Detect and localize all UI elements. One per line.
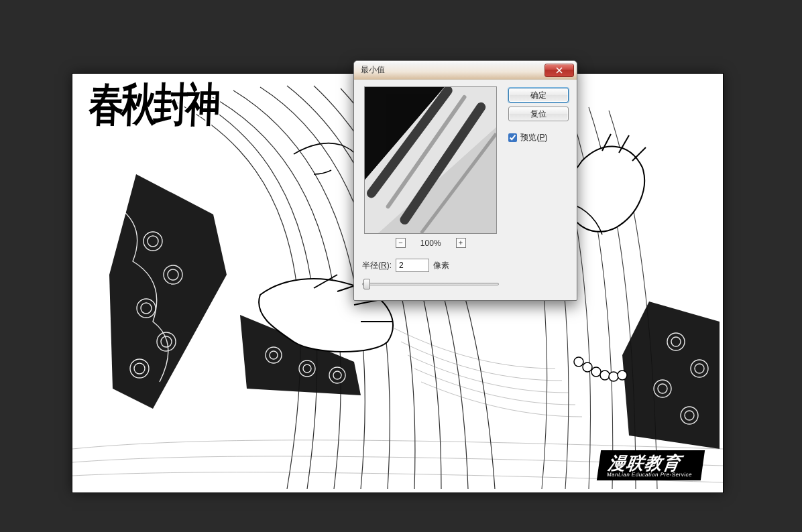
zoom-in-button[interactable]: + bbox=[456, 238, 466, 248]
minimum-filter-dialog: 最小值 − bbox=[353, 60, 577, 301]
radius-hotkey: R bbox=[381, 261, 387, 270]
svg-point-27 bbox=[591, 367, 601, 377]
svg-point-25 bbox=[574, 357, 583, 367]
svg-point-28 bbox=[600, 371, 610, 380]
preview-checkbox[interactable] bbox=[508, 133, 517, 142]
zoom-row: − 100% + bbox=[362, 238, 499, 248]
ok-button[interactable]: 确定 bbox=[508, 88, 569, 103]
dialog-right-column: 确定 复位 预览(P) bbox=[508, 86, 569, 289]
svg-point-26 bbox=[583, 362, 592, 372]
radius-slider[interactable] bbox=[362, 279, 499, 289]
radius-row: 半径(R): 像素 bbox=[362, 259, 499, 272]
radius-input[interactable] bbox=[396, 259, 429, 272]
brand-name: 漫联教育 bbox=[607, 453, 682, 473]
preview-checkbox-row[interactable]: 预览(P) bbox=[508, 132, 569, 143]
close-icon bbox=[556, 67, 563, 74]
dialog-title: 最小值 bbox=[361, 64, 385, 76]
close-button[interactable] bbox=[545, 64, 574, 77]
dialog-body: − 100% + 半径(R): 像素 确定 复位 bbox=[354, 80, 577, 300]
artwork-title: 春秋封神 bbox=[88, 75, 219, 136]
slider-thumb[interactable] bbox=[363, 279, 370, 289]
preview-label-suffix: ) bbox=[545, 133, 547, 142]
brand-logo: 漫联教育 ManLian Education Pre-Service bbox=[597, 450, 705, 480]
zoom-value: 100% bbox=[420, 239, 441, 248]
slider-rail bbox=[362, 283, 499, 285]
dialog-left-column: − 100% + 半径(R): 像素 bbox=[362, 86, 499, 289]
brand-sub: ManLian Education Pre-Service bbox=[606, 472, 692, 478]
reset-button[interactable]: 复位 bbox=[508, 107, 569, 121]
zoom-out-button[interactable]: − bbox=[396, 238, 406, 248]
preview-image bbox=[365, 87, 496, 233]
preview-checkbox-label: 预览(P) bbox=[520, 132, 547, 143]
radius-label-suffix: ): bbox=[387, 261, 392, 270]
radius-unit: 像素 bbox=[433, 260, 449, 271]
dialog-titlebar[interactable]: 最小值 bbox=[354, 61, 577, 80]
radius-label: 半径(R): bbox=[362, 260, 392, 271]
preview-label-prefix: 预览( bbox=[520, 133, 539, 142]
radius-label-prefix: 半径( bbox=[362, 261, 381, 270]
svg-point-30 bbox=[618, 371, 627, 380]
preview-thumbnail[interactable] bbox=[364, 86, 497, 234]
svg-point-29 bbox=[609, 372, 618, 381]
minus-icon: − bbox=[398, 239, 402, 247]
plus-icon: + bbox=[459, 239, 463, 247]
